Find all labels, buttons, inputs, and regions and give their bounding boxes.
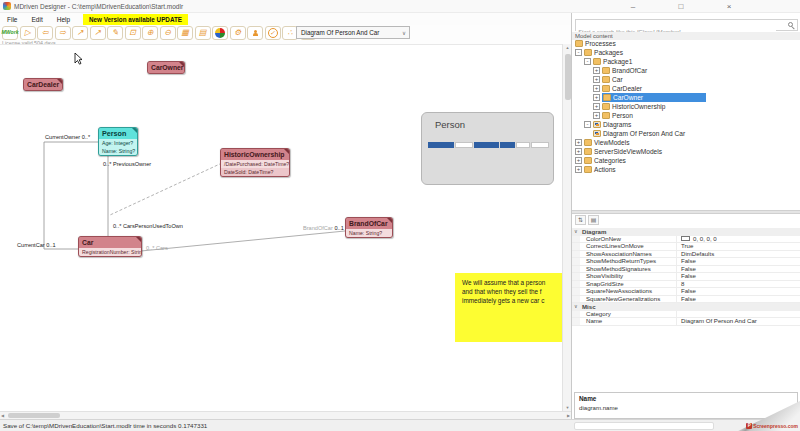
expander-icon[interactable]: -: [575, 49, 582, 56]
class-box-cardealer[interactable]: CarDealer: [23, 78, 63, 91]
preview-field: [455, 142, 473, 148]
canvas-horizontal-scrollbar[interactable]: ◀ ▶: [0, 411, 571, 419]
update-banner[interactable]: New Version available UPDATE: [83, 14, 188, 25]
note-line: and that when they sell the f: [462, 287, 562, 296]
tree-item-processes[interactable]: Processes: [575, 39, 797, 48]
tree-item-carowner[interactable]: +CarOwner: [575, 93, 797, 102]
role-label-currentcar[interactable]: CurrentCar 0..1: [17, 242, 56, 248]
role-label-previousowner[interactable]: 0..* PreviousOwner: [103, 161, 151, 167]
class-attribute[interactable]: Name: String?: [346, 229, 392, 237]
fold-marker-icon: [179, 62, 184, 67]
work-button[interactable]: MWork: [2, 26, 18, 40]
categorized-view-icon[interactable]: ▤: [588, 215, 599, 225]
tree-item-categories[interactable]: +Categories: [575, 156, 797, 165]
sort-icon[interactable]: ⇅: [575, 215, 586, 225]
class-box-brandofcar[interactable]: BrandOfCar Name: String?: [345, 217, 393, 238]
class-attribute[interactable]: /DatePurchased: DateTime?: [221, 160, 289, 168]
diagram-canvas[interactable]: CarDealer CarOwner Person Age: Integer? …: [0, 44, 562, 411]
menu-edit[interactable]: Edit: [24, 16, 49, 23]
property-row-name[interactable]: NameDiagram Of Person And Car: [572, 318, 800, 326]
tree-item-package1[interactable]: -Package1: [575, 57, 797, 66]
preview-field: [516, 142, 530, 148]
screen-icon: ⊡: [129, 29, 136, 37]
forward-button[interactable]: ⇨: [55, 26, 71, 40]
tree-item-historicownership[interactable]: +HistoricOwnership: [575, 102, 797, 111]
minimize-button[interactable]: –: [624, 0, 642, 13]
tree-item-viewmodels[interactable]: +ViewModels: [575, 138, 797, 147]
expander-icon[interactable]: -: [584, 121, 591, 128]
fold-marker-icon: [132, 128, 137, 133]
role-label-currentowner[interactable]: CurrentOwner 0..*: [45, 134, 90, 140]
expander-icon[interactable]: +: [575, 148, 582, 155]
back-arrow-icon: ⇦: [42, 29, 49, 37]
expander-icon[interactable]: +: [575, 139, 582, 146]
color-wheel-button[interactable]: [212, 26, 228, 40]
expander-icon[interactable]: +: [593, 103, 600, 110]
search-box[interactable]: [575, 19, 798, 31]
expander-icon[interactable]: +: [593, 94, 600, 101]
tree-item-serversideviewmodels[interactable]: +ServerSideViewModels: [575, 147, 797, 156]
expander-icon[interactable]: +: [593, 67, 600, 74]
class-attribute[interactable]: DateSold: DateTime?: [221, 168, 289, 176]
grid-view-button[interactable]: ▦: [177, 26, 193, 40]
association-tool-button[interactable]: ↗: [72, 26, 88, 40]
scroll-thumb[interactable]: [565, 54, 571, 100]
viewmodel-button[interactable]: ⊡: [125, 26, 141, 40]
association-tool-button-2[interactable]: ↗: [90, 26, 106, 40]
association-lines: [0, 45, 562, 411]
class-box-historicownership[interactable]: HistoricOwnership /DatePurchased: DateTi…: [220, 148, 290, 177]
watermark: P Screenpresso.com: [746, 423, 798, 429]
property-row-squarenewgeneralizations[interactable]: SquareNewGeneralizationsFalse: [572, 296, 800, 304]
tree-item-brandofcar[interactable]: +BrandOfCar: [575, 66, 797, 75]
grid-edit-button[interactable]: ▤: [195, 26, 211, 40]
panel-splitter[interactable]: [572, 210, 800, 214]
tree-item-diagram-of-person-and-car[interactable]: Diagram Of Person And Car: [575, 129, 797, 138]
expander-icon[interactable]: +: [575, 157, 582, 164]
play-button[interactable]: ▷: [20, 26, 36, 40]
actor-button[interactable]: [247, 26, 263, 40]
tree-item-diagrams[interactable]: -Diagrams: [575, 120, 797, 129]
expander-icon[interactable]: +: [593, 76, 600, 83]
role-label-carspersonusedtoown[interactable]: 0..* CarsPersonUsedToOwn: [113, 223, 183, 229]
menu-help[interactable]: Help: [50, 16, 77, 23]
class-box-car[interactable]: Car RegistrationNumber: String?: [78, 236, 142, 257]
role-label-brandofcar[interactable]: BrandOfCar 0..1: [303, 225, 344, 231]
back-button[interactable]: ⇦: [37, 26, 53, 40]
close-button[interactable]: ×: [720, 0, 738, 13]
maximize-button[interactable]: □: [672, 0, 690, 13]
viewmodel-preview-panel[interactable]: Person: [421, 112, 554, 185]
zoom-in-button[interactable]: ⊕: [142, 26, 158, 40]
diagram-selector[interactable]: Diagram Of Person And Car ∨: [296, 26, 410, 39]
draw-tool-button[interactable]: ✎: [107, 26, 123, 40]
canvas-vertical-scrollbar[interactable]: ▲ ▼: [562, 44, 571, 411]
expander-icon[interactable]: +: [593, 85, 600, 92]
settings-search-button[interactable]: ⚙: [230, 26, 246, 40]
window-title: MDriven Designer - C:\temp\MDrivenEducat…: [14, 3, 183, 10]
expander-icon[interactable]: +: [593, 112, 600, 119]
zoom-out-button[interactable]: ⊖: [160, 26, 176, 40]
class-box-person[interactable]: Person Age: Integer? Name: String?: [98, 127, 138, 156]
scroll-thumb[interactable]: [8, 413, 60, 418]
class-box-carowner[interactable]: CarOwner: [147, 61, 185, 74]
tree-item-person[interactable]: +Person: [575, 111, 797, 120]
class-attribute[interactable]: RegistrationNumber: String?: [79, 248, 141, 256]
expander-icon[interactable]: -: [584, 58, 591, 65]
class-attribute[interactable]: Name: String?: [99, 147, 137, 155]
association-arrow-icon: ↗: [77, 29, 84, 37]
search-icon: [788, 22, 793, 27]
class-title: HistoricOwnership: [224, 151, 284, 158]
selected-tree-row: CarOwner: [602, 93, 706, 102]
class-icon: [602, 85, 610, 92]
tree-item-cardealer[interactable]: +CarDealer: [575, 84, 797, 93]
color-wheel-icon: [215, 28, 225, 38]
tree-item-car[interactable]: +Car: [575, 75, 797, 84]
class-attribute[interactable]: Age: Integer?: [99, 139, 137, 147]
tree-item-packages[interactable]: -Packages: [575, 48, 797, 57]
tree-item-actions[interactable]: +Actions: [575, 165, 797, 174]
sticky-note[interactable]: We will assume that a person and that wh…: [455, 273, 562, 342]
expander-icon[interactable]: +: [575, 166, 582, 173]
role-label-cars[interactable]: 0..* Cars: [146, 245, 168, 251]
fold-marker-icon: [57, 79, 62, 84]
menu-file[interactable]: File: [0, 16, 24, 23]
validate-button[interactable]: ✓: [265, 26, 281, 40]
